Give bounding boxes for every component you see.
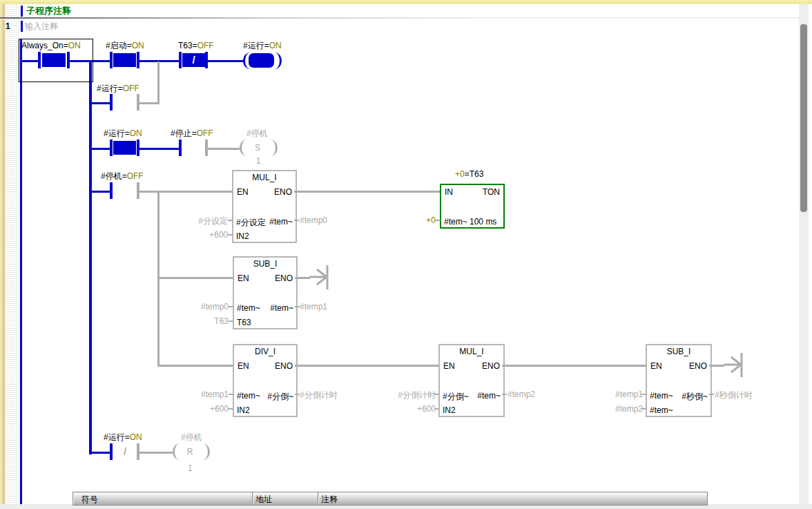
open-branch-arrow-icon	[309, 264, 336, 293]
operand-out[interactable]: #秒倒计时	[715, 390, 753, 401]
operand-in1[interactable]: #temp1	[579, 390, 643, 399]
pin-out: #分倒~	[267, 391, 293, 403]
pin-eno: ENO	[482, 361, 500, 371]
operand-in1[interactable]: #temp1	[168, 390, 229, 399]
block-mul-i-2[interactable]: MUL_I EN ENO #分倒~ #tem~ IN2	[438, 344, 505, 417]
pin-eno: ENO	[275, 361, 293, 371]
r-coil-letter: R	[182, 447, 197, 457]
pin-en: EN	[650, 361, 662, 371]
pin-in2: IN2	[237, 405, 250, 415]
network-comment-marker	[21, 21, 23, 32]
pin-in1: #tem~	[237, 391, 260, 401]
r-coil-operand: 1	[188, 463, 193, 473]
pin-in1: #分设定	[236, 217, 266, 229]
header-separator	[0, 17, 799, 19]
pin-in: IN	[445, 187, 453, 197]
operand-in1[interactable]: #分倒计时	[372, 390, 436, 401]
operand-pt[interactable]: +0	[387, 215, 436, 225]
wire	[157, 277, 233, 279]
contact-label-tingzhi: #停止=OFF	[171, 128, 213, 138]
wire	[139, 102, 160, 104]
nc-slash-icon: /	[182, 53, 205, 67]
contact-label-t63: T63=OFF	[178, 41, 214, 50]
s-coil-letter: S	[250, 143, 265, 153]
column-address[interactable]: 地址	[255, 494, 272, 506]
open-branch-arrow-icon	[723, 352, 751, 381]
block-title: SUB_I	[647, 347, 710, 356]
wire	[294, 191, 440, 193]
contact-label-yunxing-on6: #运行=ON	[104, 432, 142, 442]
wire	[295, 365, 438, 367]
pin-in1: #tem~	[650, 391, 673, 401]
block-title: MUL_I	[233, 173, 296, 182]
block-div-i[interactable]: DIV_I EN ENO #tem~ #分倒~ IN2	[233, 344, 298, 417]
pin-out: #tem~	[477, 391, 501, 401]
column-symbol[interactable]: 符号	[81, 494, 98, 506]
column-divider[interactable]	[252, 492, 253, 505]
block-title: MUL_I	[440, 347, 503, 356]
plc-ladder-editor: 子程序注释 1 输入注释 Always_On=ON #启动=ON T63=OFF…	[0, 0, 812, 509]
operand-in2[interactable]: T63	[168, 316, 229, 326]
contact-label-always-on: Always_On=ON	[21, 41, 81, 50]
network-margin	[5, 4, 19, 504]
network-number: 1	[6, 21, 10, 31]
operand-out[interactable]: #temp1	[300, 302, 327, 311]
pin-en: EN	[443, 361, 455, 371]
operand-in2[interactable]: #temp2	[579, 404, 643, 414]
left-accent-strip	[0, 4, 5, 504]
scrollbar-thumb[interactable]	[800, 24, 807, 212]
pin-in2: IN2	[443, 405, 456, 415]
pin-out: #tem~	[269, 217, 293, 227]
wire	[139, 452, 173, 454]
timer-current-label: +0=T63	[455, 169, 483, 179]
operand-in1[interactable]: #temp0	[168, 302, 229, 311]
coil-label-yunxing: #运行=ON	[243, 41, 282, 50]
coil-label-tingji-r: #停机	[181, 432, 202, 442]
pin-out: #tem~	[270, 303, 293, 313]
wire	[139, 148, 180, 150]
top-accent-strip	[0, 0, 812, 4]
operand-in2[interactable]: +600	[168, 404, 229, 414]
block-sub-i-2[interactable]: SUB_I EN ENO #tem~ #秒倒~ #tem~	[646, 344, 712, 417]
wire	[139, 60, 180, 62]
comment-marker-bar	[21, 6, 23, 17]
pin-en: EN	[237, 187, 249, 197]
operand-out[interactable]: #分倒计时	[300, 390, 338, 401]
block-mul-i-1[interactable]: MUL_I EN ENO #分设定 #tem~ IN2	[232, 170, 297, 243]
wire	[502, 365, 646, 367]
operand-out[interactable]: #temp0	[300, 215, 327, 225]
operand-out[interactable]: #temp2	[508, 390, 535, 399]
wire	[709, 365, 724, 367]
block-sub-i-1[interactable]: SUB_I EN ENO #tem~ #tem~ T63	[233, 256, 298, 329]
nc-slash-icon: /	[114, 445, 136, 459]
wire	[90, 452, 110, 454]
wire	[157, 365, 233, 367]
operand-in2[interactable]: +600	[167, 230, 228, 240]
pin-out: #秒倒~	[682, 391, 708, 403]
subroutine-comment-title[interactable]: 子程序注释	[26, 6, 71, 16]
operand-in1[interactable]: #分设定	[167, 215, 228, 227]
left-power-rail	[20, 39, 22, 504]
operand-in2[interactable]: +600	[372, 404, 436, 414]
contact-label-qidong: #启动=ON	[106, 41, 144, 50]
contact-label-yunxing-off: #运行=OFF	[97, 84, 139, 93]
wire	[295, 277, 310, 279]
symbol-table-header: 符号 地址 注释	[72, 492, 708, 506]
contact-label-yunxing-on3: #运行=ON	[104, 128, 142, 138]
wire	[157, 61, 160, 104]
timer-type: TON	[483, 187, 500, 197]
block-title: SUB_I	[234, 259, 296, 269]
pin-in1: #tem~	[237, 303, 260, 313]
wire	[90, 191, 110, 193]
pin-en: EN	[238, 273, 249, 283]
column-comment[interactable]: 注释	[321, 494, 338, 506]
block-title: DIV_I	[234, 347, 296, 356]
column-divider[interactable]	[318, 492, 318, 505]
wire	[139, 191, 232, 193]
block-ton[interactable]: IN TON #tem~ 100 ms	[440, 184, 505, 229]
pin-eno: ENO	[689, 361, 707, 371]
pin-pt: #tem~ 100 ms	[444, 217, 496, 227]
network-comment[interactable]: 输入注释	[25, 21, 58, 31]
pin-eno: ENO	[275, 273, 293, 283]
pin-in2: T63	[237, 318, 251, 327]
